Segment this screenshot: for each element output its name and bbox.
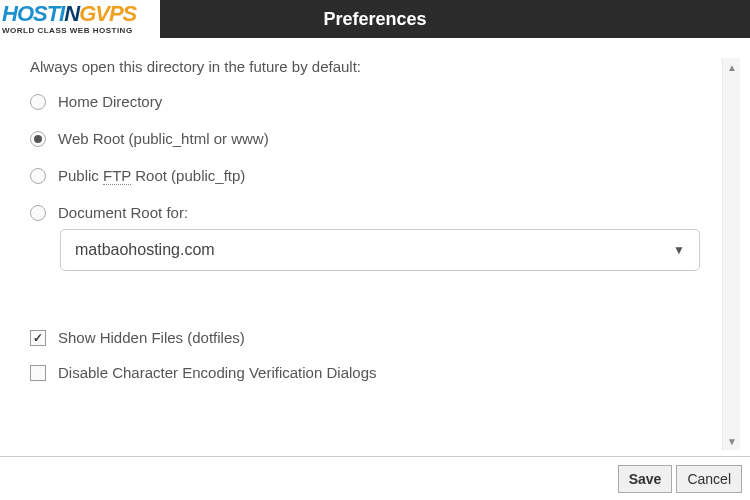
directory-prompt: Always open this directory in the future… [30, 58, 740, 75]
logo-text: HOSTINGVPS [2, 3, 160, 25]
checkbox-label: Show Hidden Files (dotfiles) [58, 329, 245, 346]
radio-input[interactable] [30, 94, 46, 110]
save-button[interactable]: Save [618, 465, 673, 493]
radio-input[interactable] [30, 168, 46, 184]
radio-label: Home Directory [58, 93, 162, 110]
checkbox-input[interactable] [30, 330, 46, 346]
radio-label: Public FTP Root (public_ftp) [58, 167, 245, 184]
scroll-down-icon[interactable]: ▼ [723, 432, 741, 450]
radio-public-ftp[interactable]: Public FTP Root (public_ftp) [30, 167, 740, 184]
radio-home-directory[interactable]: Home Directory [30, 93, 740, 110]
radio-web-root[interactable]: Web Root (public_html or www) [30, 130, 740, 147]
radio-label: Web Root (public_html or www) [58, 130, 269, 147]
checkbox-label: Disable Character Encoding Verification … [58, 364, 377, 381]
chevron-down-icon: ▼ [673, 243, 685, 257]
brand-logo: HOSTINGVPS WORLD CLASS WEB HOSTING [0, 0, 160, 38]
cancel-button[interactable]: Cancel [676, 465, 742, 493]
checkbox-disable-encoding-dialogs[interactable]: Disable Character Encoding Verification … [30, 364, 740, 381]
dialog-footer: Save Cancel [0, 456, 750, 500]
dialog-header: HOSTINGVPS WORLD CLASS WEB HOSTING Prefe… [0, 0, 750, 38]
radio-label: Document Root for: [58, 204, 188, 221]
document-root-select-wrap: matbaohosting.com ▼ [60, 229, 700, 271]
scroll-up-icon[interactable]: ▲ [723, 58, 741, 76]
checkbox-input[interactable] [30, 365, 46, 381]
checkbox-show-hidden[interactable]: Show Hidden Files (dotfiles) [30, 329, 740, 346]
logo-tagline: WORLD CLASS WEB HOSTING [2, 26, 160, 35]
select-value: matbaohosting.com [75, 241, 215, 259]
dialog-body: Always open this directory in the future… [0, 38, 750, 456]
radio-input[interactable] [30, 131, 46, 147]
radio-input[interactable] [30, 205, 46, 221]
scrollbar[interactable]: ▲ ▼ [722, 58, 740, 450]
radio-document-root[interactable]: Document Root for: [30, 204, 740, 221]
document-root-select[interactable]: matbaohosting.com ▼ [60, 229, 700, 271]
dialog-title: Preferences [323, 9, 426, 30]
